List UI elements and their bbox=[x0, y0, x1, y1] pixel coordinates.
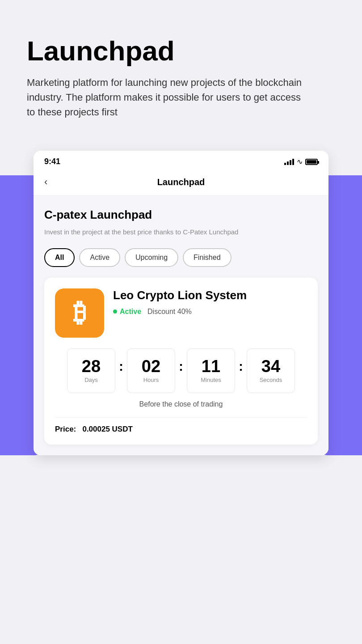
seconds-label: Seconds bbox=[260, 377, 282, 383]
separator-2: : bbox=[179, 359, 183, 374]
filter-tabs: All Active Upcoming Finished bbox=[44, 248, 318, 267]
minutes-label: Minutes bbox=[201, 377, 221, 383]
signal-icon bbox=[284, 159, 294, 165]
hours-block: 02 Hours bbox=[127, 348, 175, 393]
status-time: 9:41 bbox=[44, 157, 60, 166]
days-value: 28 bbox=[82, 358, 101, 375]
price-label: Price: bbox=[55, 425, 76, 433]
tab-all[interactable]: All bbox=[44, 248, 75, 267]
active-badge: Active bbox=[113, 308, 141, 316]
nav-bar: ‹ Launchpad bbox=[34, 171, 328, 195]
project-name: Leo Crypto Lion System bbox=[113, 288, 307, 302]
separator-3: : bbox=[239, 359, 243, 374]
countdown: 28 Days : 02 Hours : 11 Minutes : bbox=[55, 348, 307, 393]
card-header: ₿ Leo Crypto Lion System Active Discount… bbox=[55, 288, 307, 338]
phone-screen: 9:41 ∿ ‹ Launchpad C-patex La bbox=[34, 151, 328, 455]
hero-description: Marketing platform for launching new pro… bbox=[27, 75, 304, 119]
days-label: Days bbox=[84, 377, 98, 383]
minutes-value: 11 bbox=[202, 358, 220, 375]
tab-upcoming[interactable]: Upcoming bbox=[125, 248, 178, 267]
project-logo: ₿ bbox=[55, 288, 104, 338]
back-button[interactable]: ‹ bbox=[44, 176, 60, 188]
hours-value: 02 bbox=[142, 358, 160, 375]
minutes-block: 11 Minutes bbox=[187, 348, 235, 393]
hero-section: Launchpad Marketing platform for launchi… bbox=[0, 0, 362, 137]
hours-label: Hours bbox=[143, 377, 159, 383]
btc-icon: ₿ bbox=[73, 300, 86, 326]
phone-wrapper: 9:41 ∿ ‹ Launchpad C-patex La bbox=[0, 151, 362, 455]
project-card: ₿ Leo Crypto Lion System Active Discount… bbox=[44, 278, 318, 445]
discount-text: Discount 40% bbox=[147, 308, 192, 316]
price-value: 0.00025 USDT bbox=[82, 425, 132, 433]
battery-icon bbox=[305, 159, 318, 165]
section-title: C-patex Launchpad bbox=[44, 208, 318, 222]
card-info: Leo Crypto Lion System Active Discount 4… bbox=[113, 288, 307, 316]
hero-title: Launchpad bbox=[27, 36, 335, 66]
days-block: 28 Days bbox=[67, 348, 115, 393]
active-dot bbox=[113, 309, 117, 314]
active-label: Active bbox=[120, 308, 141, 316]
status-icons: ∿ bbox=[284, 157, 318, 166]
tab-active[interactable]: Active bbox=[79, 248, 120, 267]
nav-title: Launchpad bbox=[60, 177, 302, 187]
countdown-subtitle: Before the close of trading bbox=[55, 400, 307, 408]
section-description: Invest in the project at the best price … bbox=[44, 227, 318, 237]
tab-finished[interactable]: Finished bbox=[183, 248, 231, 267]
price-row: Price: 0.00025 USDT bbox=[55, 417, 307, 434]
seconds-block: 34 Seconds bbox=[247, 348, 295, 393]
main-content: C-patex Launchpad Invest in the project … bbox=[34, 195, 328, 455]
status-bar: 9:41 ∿ bbox=[34, 151, 328, 171]
status-row: Active Discount 40% bbox=[113, 308, 307, 316]
separator-1: : bbox=[119, 359, 123, 374]
seconds-value: 34 bbox=[261, 358, 280, 375]
wifi-icon: ∿ bbox=[297, 157, 303, 166]
